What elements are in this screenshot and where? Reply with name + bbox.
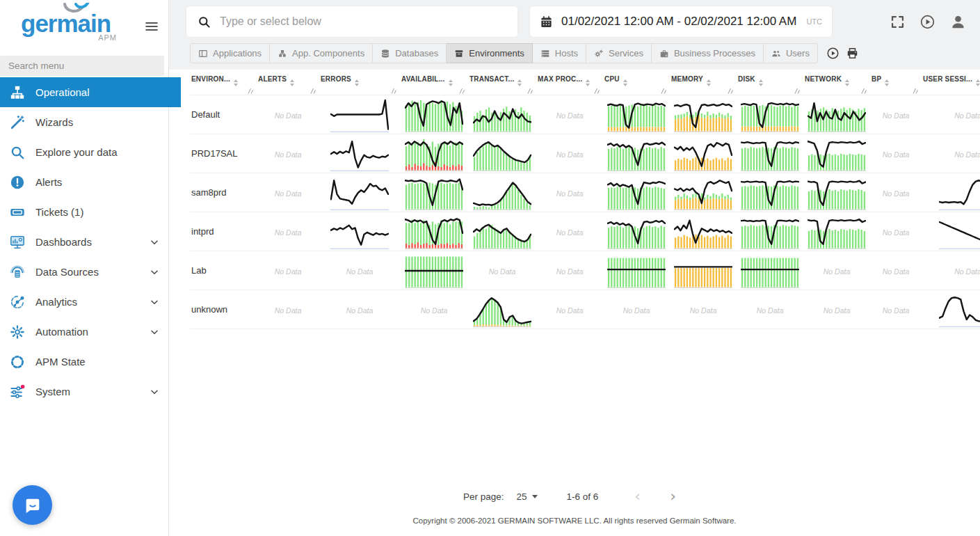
sidebar-item-explore-your-data[interactable]: Explore your data <box>0 137 168 167</box>
table-row[interactable]: unknownNo DataNo DataNo DataNo DataNo Da… <box>190 290 980 329</box>
sparkline-availability[interactable] <box>405 253 463 288</box>
sparkline-availability[interactable] <box>405 214 463 249</box>
date-range-picker[interactable]: 01/02/2021 12:00 AM - 02/02/2021 12:00 A… <box>529 6 833 38</box>
tab-app-components[interactable]: App. Components <box>270 43 373 63</box>
sparkline-cpu[interactable] <box>607 136 666 171</box>
resize-handle[interactable] <box>248 88 253 94</box>
user-icon[interactable] <box>950 14 966 30</box>
resize-handle[interactable] <box>861 88 867 94</box>
resize-handle[interactable] <box>594 88 600 94</box>
sidebar-item-operational[interactable]: Operational <box>0 77 181 107</box>
sidebar-item-system[interactable]: System <box>0 377 168 407</box>
global-search-input[interactable] <box>218 15 506 29</box>
sparkline-errors[interactable] <box>330 214 389 249</box>
tab-users[interactable]: Users <box>764 43 818 63</box>
sparkline-usersessions[interactable] <box>939 214 980 249</box>
sidebar-item-dashboards[interactable]: Dashboards <box>0 227 168 257</box>
sparkline-memory[interactable] <box>674 97 732 132</box>
sparkline-transactions[interactable] <box>473 214 531 249</box>
sort-icon[interactable] <box>449 79 453 86</box>
print-icon[interactable] <box>846 47 859 60</box>
sparkline-transactions[interactable] <box>473 136 531 171</box>
table-row[interactable]: LabNo DataNo DataNo DataNo DataNo DataNo… <box>190 251 980 290</box>
table-row[interactable]: DefaultNo DataNo DataNo DataNo Data <box>190 95 980 134</box>
sparkline-availability[interactable] <box>405 97 463 132</box>
sort-icon[interactable] <box>976 79 980 86</box>
tab-environments[interactable]: Environments <box>447 43 532 63</box>
sparkline-network[interactable] <box>808 175 866 210</box>
sort-icon[interactable] <box>885 79 889 86</box>
chat-bubble-button[interactable] <box>13 485 52 525</box>
sidebar-item-apm-state[interactable]: APM State <box>0 347 168 377</box>
column-header-errors[interactable]: ERRORS <box>319 70 400 95</box>
hamburger-menu-icon[interactable] <box>144 19 159 37</box>
sparkline-usersessions[interactable] <box>939 175 980 210</box>
fullscreen-icon[interactable] <box>890 15 905 29</box>
resize-handle[interactable] <box>459 88 465 94</box>
column-header-cpu[interactable]: CPU <box>603 70 670 95</box>
sparkline-disk[interactable] <box>741 136 799 171</box>
sidebar-item-alerts[interactable]: Alerts <box>0 167 168 197</box>
resize-handle[interactable] <box>728 88 733 94</box>
sparkline-errors[interactable] <box>330 97 389 132</box>
resize-handle[interactable] <box>913 88 918 94</box>
column-header-availability[interactable]: AVAILABIL... <box>400 70 468 95</box>
sort-icon[interactable] <box>517 79 522 86</box>
sparkline-availability[interactable] <box>405 136 463 171</box>
sidebar-item-data-sources[interactable]: Data Sources <box>0 257 168 287</box>
resize-handle[interactable] <box>391 88 396 94</box>
sparkline-cpu[interactable] <box>607 214 666 249</box>
sparkline-cpu[interactable] <box>607 97 666 132</box>
column-header-usersessions[interactable]: USER SESSI... <box>922 70 980 95</box>
sort-icon[interactable] <box>845 79 849 86</box>
resize-handle[interactable] <box>310 88 316 94</box>
tab-business-processes[interactable]: Business Processes <box>652 43 764 63</box>
table-row[interactable]: intprdNo DataNo DataNo Data <box>190 212 980 251</box>
column-header-bp[interactable]: BP <box>870 70 922 95</box>
sparkline-disk[interactable] <box>741 97 799 132</box>
column-header-network[interactable]: NETWORK <box>803 70 870 95</box>
sparkline-network[interactable] <box>808 136 866 171</box>
sparkline-memory[interactable] <box>674 175 732 210</box>
sort-icon[interactable] <box>355 79 359 86</box>
sparkline-cpu[interactable] <box>607 253 666 288</box>
sidebar-item-tickets[interactable]: Tickets (1) <box>0 197 168 227</box>
column-header-transactions[interactable]: TRANSACT... <box>468 70 536 95</box>
sparkline-network[interactable] <box>808 214 866 249</box>
sparkline-disk[interactable] <box>741 175 799 210</box>
sparkline-memory[interactable] <box>674 253 732 288</box>
sparkline-disk[interactable] <box>741 214 799 249</box>
column-header-name[interactable]: ENVIRON... <box>190 70 257 95</box>
sort-icon[interactable] <box>623 79 627 86</box>
sparkline-usersessions[interactable] <box>939 292 980 327</box>
resize-handle[interactable] <box>527 88 533 94</box>
sparkline-errors[interactable] <box>330 136 389 171</box>
sparkline-memory[interactable] <box>674 136 732 171</box>
sparkline-transactions[interactable] <box>473 97 531 132</box>
play-icon[interactable] <box>826 47 840 60</box>
sparkline-memory[interactable] <box>674 214 732 249</box>
table-row[interactable]: PRD17SALNo DataNo DataNo DataNo Data <box>190 134 980 173</box>
sparkline-cpu[interactable] <box>607 175 666 210</box>
tab-applications[interactable]: Applications <box>190 43 270 63</box>
germain-logo[interactable]: germain APM <box>0 0 168 42</box>
sidebar-item-analytics[interactable]: Analytics <box>0 287 168 317</box>
next-page-button[interactable]: › <box>660 490 686 503</box>
sparkline-network[interactable] <box>808 97 866 132</box>
tab-hosts[interactable]: Hosts <box>533 43 586 63</box>
per-page-select[interactable]: 25 <box>517 491 538 502</box>
sort-icon[interactable] <box>759 79 763 86</box>
column-header-disk[interactable]: DISK <box>737 70 803 95</box>
sort-icon[interactable] <box>290 79 294 86</box>
resize-handle[interactable] <box>661 88 666 94</box>
sidebar-search-input[interactable] <box>0 56 164 76</box>
sidebar-item-automation[interactable]: Automation <box>0 317 168 347</box>
column-header-alerts[interactable]: ALERTS <box>257 70 319 95</box>
column-header-maxproc[interactable]: MAX PROC... <box>536 70 603 95</box>
sort-icon[interactable] <box>707 79 711 86</box>
prev-page-button[interactable]: ‹ <box>625 490 650 503</box>
sort-icon[interactable] <box>586 79 590 86</box>
resize-handle[interactable] <box>794 88 800 94</box>
sidebar-item-wizards[interactable]: Wizards <box>0 107 168 137</box>
tab-services[interactable]: Services <box>586 43 652 63</box>
